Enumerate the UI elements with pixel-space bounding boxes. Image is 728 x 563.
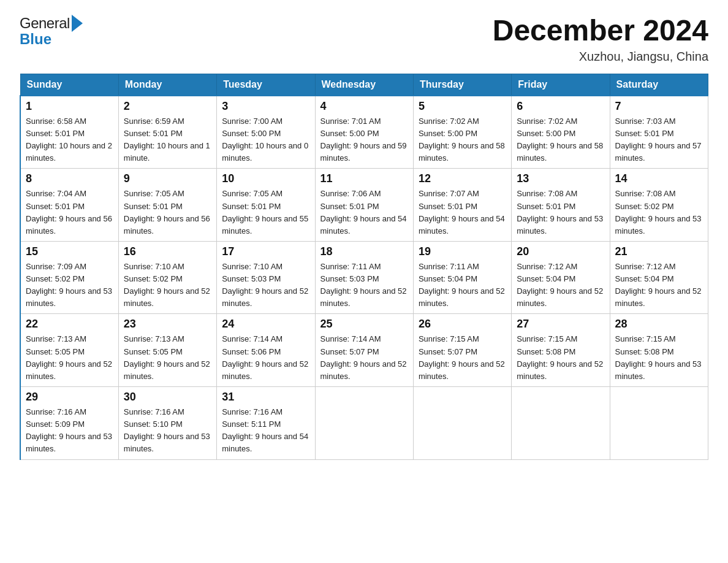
day-number: 26 [419, 318, 506, 331]
calendar-cell: 3 Sunrise: 7:00 AM Sunset: 5:00 PM Dayli… [217, 96, 315, 169]
calendar-cell [413, 387, 511, 460]
title-block: December 2024 Xuzhou, Jiangsu, China [493, 15, 708, 64]
day-info: Sunrise: 7:09 AM Sunset: 5:02 PM Dayligh… [26, 261, 113, 310]
header-tuesday: Tuesday [217, 74, 315, 96]
day-info: Sunrise: 7:00 AM Sunset: 5:00 PM Dayligh… [222, 115, 309, 165]
day-info: Sunrise: 7:10 AM Sunset: 5:03 PM Dayligh… [222, 261, 309, 310]
logo-blue-text: Blue [20, 32, 83, 47]
day-info: Sunrise: 7:14 AM Sunset: 5:07 PM Dayligh… [320, 333, 408, 383]
calendar-cell: 28 Sunrise: 7:15 AM Sunset: 5:08 PM Dayl… [610, 314, 708, 387]
day-number: 15 [26, 245, 113, 258]
calendar-week-row: 8 Sunrise: 7:04 AM Sunset: 5:01 PM Dayli… [20, 169, 708, 242]
day-number: 13 [517, 172, 604, 185]
day-info: Sunrise: 7:02 AM Sunset: 5:00 PM Dayligh… [419, 115, 506, 165]
calendar-cell: 13 Sunrise: 7:08 AM Sunset: 5:01 PM Dayl… [512, 169, 610, 242]
day-number: 16 [124, 245, 211, 258]
calendar-cell: 15 Sunrise: 7:09 AM Sunset: 5:02 PM Dayl… [20, 241, 118, 314]
logo-triangle-icon [72, 15, 83, 32]
day-info: Sunrise: 7:13 AM Sunset: 5:05 PM Dayligh… [124, 333, 211, 383]
header-thursday: Thursday [413, 74, 511, 96]
day-info: Sunrise: 7:02 AM Sunset: 5:00 PM Dayligh… [517, 115, 604, 165]
calendar-cell: 27 Sunrise: 7:15 AM Sunset: 5:08 PM Dayl… [512, 314, 610, 387]
calendar-cell: 18 Sunrise: 7:11 AM Sunset: 5:03 PM Dayl… [315, 241, 413, 314]
day-info: Sunrise: 7:05 AM Sunset: 5:01 PM Dayligh… [124, 188, 211, 237]
day-number: 11 [320, 172, 408, 185]
calendar-cell: 19 Sunrise: 7:11 AM Sunset: 5:04 PM Dayl… [413, 241, 511, 314]
calendar-cell: 16 Sunrise: 7:10 AM Sunset: 5:02 PM Dayl… [118, 241, 216, 314]
day-number: 22 [26, 318, 113, 331]
day-info: Sunrise: 7:15 AM Sunset: 5:07 PM Dayligh… [419, 333, 506, 383]
calendar-cell: 11 Sunrise: 7:06 AM Sunset: 5:01 PM Dayl… [315, 169, 413, 242]
day-number: 14 [615, 172, 703, 185]
calendar-cell: 21 Sunrise: 7:12 AM Sunset: 5:04 PM Dayl… [610, 241, 708, 314]
calendar-cell: 30 Sunrise: 7:16 AM Sunset: 5:10 PM Dayl… [118, 387, 216, 460]
day-info: Sunrise: 7:12 AM Sunset: 5:04 PM Dayligh… [615, 261, 703, 310]
calendar-cell: 14 Sunrise: 7:08 AM Sunset: 5:02 PM Dayl… [610, 169, 708, 242]
day-info: Sunrise: 7:06 AM Sunset: 5:01 PM Dayligh… [320, 188, 408, 237]
calendar-cell: 8 Sunrise: 7:04 AM Sunset: 5:01 PM Dayli… [20, 169, 118, 242]
location: Xuzhou, Jiangsu, China [493, 50, 708, 64]
calendar-week-row: 22 Sunrise: 7:13 AM Sunset: 5:05 PM Dayl… [20, 314, 708, 387]
day-info: Sunrise: 7:16 AM Sunset: 5:09 PM Dayligh… [26, 406, 113, 456]
day-number: 6 [517, 100, 604, 113]
calendar-cell: 24 Sunrise: 7:14 AM Sunset: 5:06 PM Dayl… [217, 314, 315, 387]
day-info: Sunrise: 7:16 AM Sunset: 5:11 PM Dayligh… [222, 406, 309, 456]
calendar-cell: 10 Sunrise: 7:05 AM Sunset: 5:01 PM Dayl… [217, 169, 315, 242]
header-sunday: Sunday [20, 74, 118, 96]
calendar-week-row: 15 Sunrise: 7:09 AM Sunset: 5:02 PM Dayl… [20, 241, 708, 314]
day-info: Sunrise: 7:01 AM Sunset: 5:00 PM Dayligh… [320, 115, 408, 165]
calendar-cell: 4 Sunrise: 7:01 AM Sunset: 5:00 PM Dayli… [315, 96, 413, 169]
calendar-cell: 1 Sunrise: 6:58 AM Sunset: 5:01 PM Dayli… [20, 96, 118, 169]
header-wednesday: Wednesday [315, 74, 413, 96]
day-info: Sunrise: 6:58 AM Sunset: 5:01 PM Dayligh… [26, 115, 113, 165]
weekday-header-row: Sunday Monday Tuesday Wednesday Thursday… [20, 74, 708, 96]
day-info: Sunrise: 7:15 AM Sunset: 5:08 PM Dayligh… [615, 333, 703, 383]
day-info: Sunrise: 7:11 AM Sunset: 5:03 PM Dayligh… [320, 261, 408, 310]
day-number: 12 [419, 172, 506, 185]
day-info: Sunrise: 7:14 AM Sunset: 5:06 PM Dayligh… [222, 333, 309, 383]
header-saturday: Saturday [610, 74, 708, 96]
day-number: 24 [222, 318, 309, 331]
calendar-cell: 17 Sunrise: 7:10 AM Sunset: 5:03 PM Dayl… [217, 241, 315, 314]
calendar-cell: 31 Sunrise: 7:16 AM Sunset: 5:11 PM Dayl… [217, 387, 315, 460]
day-number: 5 [419, 100, 506, 113]
day-info: Sunrise: 6:59 AM Sunset: 5:01 PM Dayligh… [124, 115, 211, 165]
day-number: 21 [615, 245, 703, 258]
day-info: Sunrise: 7:03 AM Sunset: 5:01 PM Dayligh… [615, 115, 703, 165]
day-number: 4 [320, 100, 408, 113]
calendar-week-row: 29 Sunrise: 7:16 AM Sunset: 5:09 PM Dayl… [20, 387, 708, 460]
day-number: 17 [222, 245, 309, 258]
calendar-cell: 25 Sunrise: 7:14 AM Sunset: 5:07 PM Dayl… [315, 314, 413, 387]
calendar-cell: 23 Sunrise: 7:13 AM Sunset: 5:05 PM Dayl… [118, 314, 216, 387]
day-info: Sunrise: 7:13 AM Sunset: 5:05 PM Dayligh… [26, 333, 113, 383]
day-info: Sunrise: 7:08 AM Sunset: 5:02 PM Dayligh… [615, 188, 703, 237]
day-info: Sunrise: 7:15 AM Sunset: 5:08 PM Dayligh… [517, 333, 604, 383]
calendar-header: Sunday Monday Tuesday Wednesday Thursday… [20, 74, 708, 96]
day-info: Sunrise: 7:08 AM Sunset: 5:01 PM Dayligh… [517, 188, 604, 237]
logo-general-text: General [20, 16, 70, 31]
day-number: 1 [26, 100, 113, 113]
calendar-cell: 22 Sunrise: 7:13 AM Sunset: 5:05 PM Dayl… [20, 314, 118, 387]
day-number: 19 [419, 245, 506, 258]
day-number: 7 [615, 100, 703, 113]
calendar-cell: 26 Sunrise: 7:15 AM Sunset: 5:07 PM Dayl… [413, 314, 511, 387]
day-number: 28 [615, 318, 703, 331]
calendar-cell: 6 Sunrise: 7:02 AM Sunset: 5:00 PM Dayli… [512, 96, 610, 169]
day-number: 25 [320, 318, 408, 331]
calendar-cell [610, 387, 708, 460]
day-number: 27 [517, 318, 604, 331]
day-number: 8 [26, 172, 113, 185]
calendar-cell: 12 Sunrise: 7:07 AM Sunset: 5:01 PM Dayl… [413, 169, 511, 242]
calendar-week-row: 1 Sunrise: 6:58 AM Sunset: 5:01 PM Dayli… [20, 96, 708, 169]
day-number: 23 [124, 318, 211, 331]
day-number: 29 [26, 391, 113, 404]
calendar-cell [512, 387, 610, 460]
calendar-cell: 9 Sunrise: 7:05 AM Sunset: 5:01 PM Dayli… [118, 169, 216, 242]
day-info: Sunrise: 7:12 AM Sunset: 5:04 PM Dayligh… [517, 261, 604, 310]
day-info: Sunrise: 7:10 AM Sunset: 5:02 PM Dayligh… [124, 261, 211, 310]
calendar-cell: 29 Sunrise: 7:16 AM Sunset: 5:09 PM Dayl… [20, 387, 118, 460]
calendar-cell [315, 387, 413, 460]
day-number: 9 [124, 172, 211, 185]
calendar-cell: 20 Sunrise: 7:12 AM Sunset: 5:04 PM Dayl… [512, 241, 610, 314]
day-info: Sunrise: 7:04 AM Sunset: 5:01 PM Dayligh… [26, 188, 113, 237]
